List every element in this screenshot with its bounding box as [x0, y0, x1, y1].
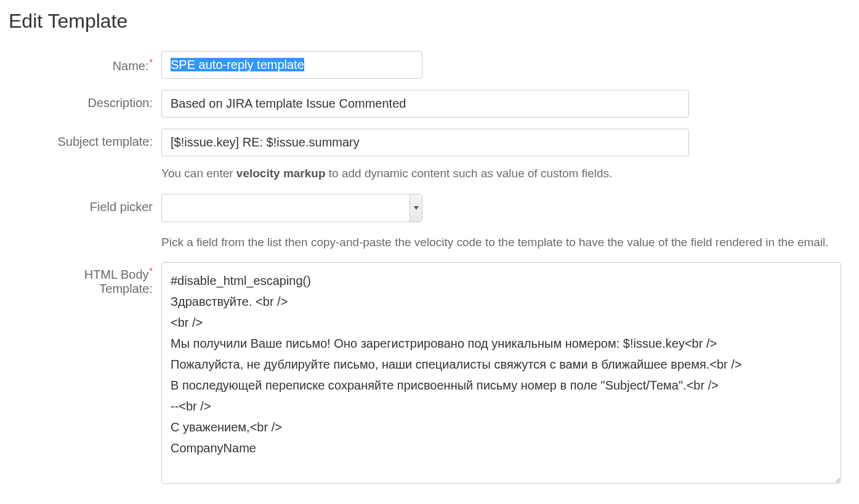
- row-field-picker: Field picker Pick a field from the list …: [9, 194, 850, 252]
- required-asterisk: *: [150, 266, 153, 276]
- label-html-body: HTML Body* Template:: [9, 262, 161, 296]
- description-input[interactable]: [161, 90, 689, 118]
- label-field-picker: Field picker: [9, 194, 161, 214]
- label-subject-template: Subject template:: [9, 129, 161, 149]
- label-name: Name:*: [9, 51, 161, 73]
- subject-template-input[interactable]: [161, 129, 689, 156]
- dropdown-icon[interactable]: [409, 194, 422, 222]
- row-subject-template: Subject template: You can enter velocity…: [9, 129, 850, 183]
- subject-helper-text: You can enter velocity markup to add dyn…: [161, 165, 833, 183]
- required-asterisk: *: [150, 57, 153, 67]
- name-input[interactable]: SPE auto-reply template: [161, 51, 422, 79]
- row-html-body: HTML Body* Template: #disable_html_escap…: [9, 262, 850, 487]
- label-description: Description:: [9, 90, 161, 110]
- field-picker-select[interactable]: [161, 194, 422, 222]
- name-input-value: SPE auto-reply template: [171, 58, 304, 71]
- page-title: Edit Template: [9, 10, 850, 33]
- html-body-textarea[interactable]: #disable_html_escaping() Здравствуйте. <…: [161, 262, 841, 484]
- row-name: Name:* SPE auto-reply template: [9, 51, 850, 79]
- row-description: Description:: [9, 90, 850, 118]
- field-picker-helper-text: Pick a field from the list then copy-and…: [161, 234, 833, 252]
